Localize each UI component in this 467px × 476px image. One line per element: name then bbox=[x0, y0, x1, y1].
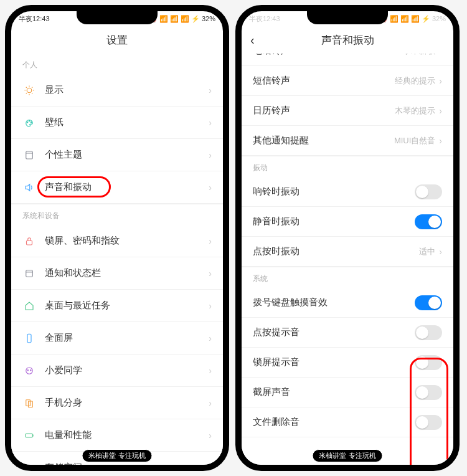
row-xiaoai[interactable]: 小爱同学 › bbox=[11, 355, 223, 387]
section-header-system: 系统 bbox=[242, 267, 453, 288]
row-label: 显示 bbox=[45, 84, 209, 96]
row-label: 点按提示音 bbox=[253, 326, 415, 338]
row-vib-ring[interactable]: 响铃时振动 bbox=[242, 177, 453, 207]
row-label: 壁纸 bbox=[45, 117, 209, 128]
chevron-right-icon: › bbox=[439, 247, 442, 257]
svg-rect-13 bbox=[26, 434, 32, 437]
chin-label: 米柚讲堂 专注玩机 bbox=[312, 449, 382, 462]
row-label: 静音时振动 bbox=[253, 216, 415, 227]
row-label: 响铃时振动 bbox=[253, 186, 415, 198]
row-fullscreen[interactable]: 全面屏 › bbox=[11, 322, 223, 355]
chevron-right-icon: › bbox=[209, 366, 212, 376]
status-time: 半夜12:43 bbox=[19, 14, 50, 24]
row-label: 通知和状态栏 bbox=[45, 267, 209, 279]
row-tap-vib[interactable]: 点按时振动 适中 › bbox=[242, 237, 453, 267]
phone-right: 半夜12:43 1.84K/s ⧖ ⏰ 📶 📶 📶 ⚡ 32% ‹ 声音和振动 … bbox=[235, 5, 460, 471]
row-value: MIUI自然音 bbox=[394, 135, 435, 146]
section-header-personal: 个人 bbox=[11, 54, 223, 74]
row-label: 短信铃声 bbox=[253, 75, 395, 87]
row-label: 桌面与最近任务 bbox=[45, 300, 209, 312]
phone-left: 半夜12:43 10.9K/s ⧖ ⏰ 📶 📶 📶 ⚡ 32% 设置 个人 显示… bbox=[5, 5, 229, 471]
toggle-switch[interactable] bbox=[415, 385, 442, 400]
svg-point-2 bbox=[29, 120, 30, 121]
toggle-switch[interactable] bbox=[415, 184, 442, 199]
toggle-switch[interactable] bbox=[415, 214, 442, 229]
chevron-right-icon: › bbox=[209, 183, 212, 193]
xiaoai-icon bbox=[22, 364, 36, 378]
chevron-right-icon: › bbox=[209, 301, 212, 311]
fullscreen-icon bbox=[22, 331, 36, 345]
toggle-switch[interactable] bbox=[415, 325, 442, 340]
notification-icon bbox=[22, 267, 36, 280]
section-header-system: 系统和设备 bbox=[11, 204, 223, 225]
row-calendar-ringtone[interactable]: 日历铃声 木琴的提示 › bbox=[242, 96, 453, 126]
row-notification[interactable]: 通知和状态栏 › bbox=[11, 257, 223, 290]
row-sms-ringtone[interactable]: 短信铃声 经典的提示 › bbox=[242, 66, 453, 96]
back-button[interactable]: ‹ bbox=[250, 33, 255, 47]
toggle-switch[interactable] bbox=[415, 415, 442, 430]
row-second-space[interactable]: 手机分身 › bbox=[11, 387, 223, 419]
row-other-notify[interactable]: 其他通知提醒 MIUI自然音 › bbox=[242, 126, 453, 156]
page-title: 设置 bbox=[106, 33, 128, 47]
chevron-right-icon: › bbox=[439, 54, 442, 56]
row-tap-tone[interactable]: 点按提示音 bbox=[242, 318, 453, 348]
row-lock[interactable]: 锁屏、密码和指纹 › bbox=[11, 225, 223, 257]
status-time: 半夜12:43 bbox=[249, 14, 280, 24]
row-battery[interactable]: 电量和性能 › bbox=[11, 419, 223, 452]
row-value: 小米新歌 bbox=[403, 54, 435, 57]
row-label: 电话铃声 bbox=[253, 54, 403, 57]
row-value: 经典的提示 bbox=[395, 75, 435, 87]
settings-list[interactable]: 个人 显示 › 壁纸 › 个性主题 › 声音和振动 › 系统和设备 锁屏、密码和… bbox=[11, 54, 223, 465]
row-value: 适中 bbox=[419, 246, 435, 257]
row-label: 锁屏、密码和指纹 bbox=[45, 235, 209, 247]
row-label: 日历铃声 bbox=[253, 105, 395, 117]
row-lock-tone[interactable]: 锁屏提示音 bbox=[242, 348, 453, 378]
row-sound-vibration[interactable]: 声音和振动 › bbox=[11, 171, 223, 204]
themes-icon bbox=[22, 148, 36, 162]
chevron-right-icon: › bbox=[209, 150, 212, 160]
row-delete-tone[interactable]: 文件删除音 bbox=[242, 407, 453, 437]
chevron-right-icon: › bbox=[209, 333, 212, 343]
row-label: 小爱同学 bbox=[45, 364, 209, 376]
row-label: 拨号键盘触摸音效 bbox=[253, 297, 415, 308]
row-desktop[interactable]: 桌面与最近任务 › bbox=[11, 290, 223, 322]
notch bbox=[77, 11, 158, 24]
row-label: 全面屏 bbox=[45, 332, 209, 344]
row-label: 文件删除音 bbox=[253, 416, 415, 428]
sound-icon bbox=[22, 181, 36, 194]
svg-point-9 bbox=[27, 369, 29, 371]
toggle-switch[interactable] bbox=[415, 355, 442, 370]
chevron-right-icon: › bbox=[209, 118, 212, 128]
storage-icon bbox=[22, 461, 36, 465]
svg-point-1 bbox=[27, 121, 28, 123]
row-dial-tone[interactable]: 拨号键盘触摸音效 bbox=[242, 288, 453, 318]
chevron-right-icon: › bbox=[439, 136, 442, 146]
chevron-right-icon: › bbox=[439, 76, 442, 86]
sound-settings-list[interactable]: 电话铃声 小米新歌 › 短信铃声 经典的提示 › 日历铃声 木琴的提示 › 其他… bbox=[242, 54, 453, 465]
row-label: 锁屏提示音 bbox=[253, 356, 415, 368]
svg-point-3 bbox=[31, 121, 32, 123]
chevron-right-icon: › bbox=[209, 85, 212, 95]
chevron-right-icon: › bbox=[209, 269, 212, 278]
svg-rect-4 bbox=[26, 151, 33, 159]
row-vib-silent[interactable]: 静音时振动 bbox=[242, 207, 453, 237]
chevron-right-icon: › bbox=[209, 431, 212, 440]
lock-icon bbox=[22, 234, 36, 248]
row-phone-ringtone[interactable]: 电话铃声 小米新歌 › bbox=[242, 54, 453, 66]
chevron-right-icon: › bbox=[209, 398, 212, 408]
row-screenshot-tone[interactable]: 截屏声音 bbox=[242, 378, 453, 407]
row-label: 点按时振动 bbox=[253, 245, 419, 257]
row-label: 电量和性能 bbox=[45, 429, 209, 441]
display-icon bbox=[22, 83, 36, 97]
row-themes[interactable]: 个性主题 › bbox=[11, 139, 223, 171]
page-header: 设置 bbox=[11, 26, 223, 54]
page-header: ‹ 声音和振动 bbox=[242, 26, 453, 54]
chin-label: 米柚讲堂 专注玩机 bbox=[82, 449, 152, 462]
chevron-right-icon: › bbox=[439, 106, 442, 116]
toggle-switch[interactable] bbox=[415, 295, 442, 310]
row-value: 木琴的提示 bbox=[395, 105, 435, 117]
row-display[interactable]: 显示 › bbox=[11, 74, 223, 107]
row-wallpaper[interactable]: 壁纸 › bbox=[11, 107, 223, 139]
chevron-right-icon: › bbox=[209, 463, 212, 465]
row-label: 手机分身 bbox=[45, 397, 209, 409]
